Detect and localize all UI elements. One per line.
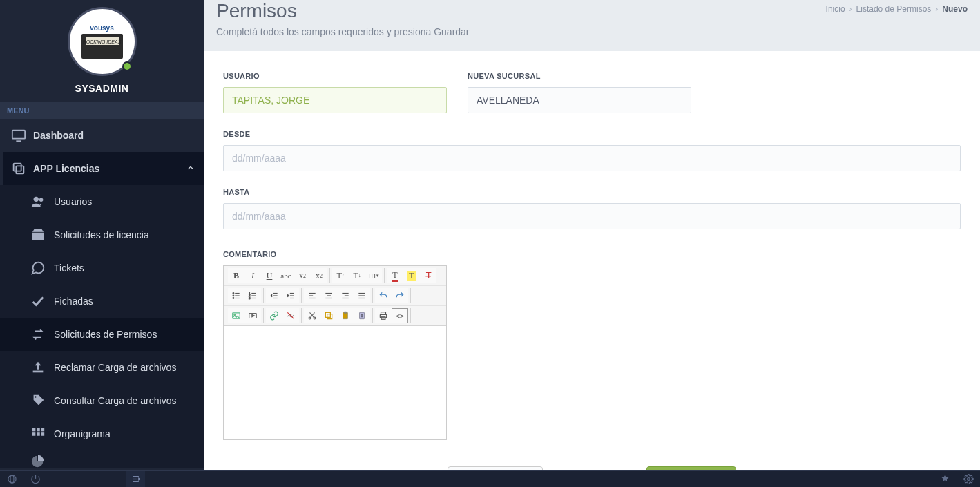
svg-line-59 — [310, 312, 314, 317]
svg-point-5 — [39, 198, 44, 202]
comentario-textarea[interactable] — [224, 326, 446, 439]
print-icon[interactable] — [375, 308, 392, 323]
svg-point-21 — [233, 293, 234, 294]
underline-icon[interactable]: U — [261, 268, 278, 283]
copy-icon[interactable] — [320, 308, 337, 323]
sidebar-item-reclamar-carga[interactable]: Reclamar Carga de archivos — [0, 351, 204, 384]
sidebar-item-fichadas[interactable]: Fichadas — [0, 285, 204, 318]
sidebar-item-more[interactable] — [0, 450, 204, 468]
font-increase-icon[interactable]: T↑ — [332, 268, 349, 283]
chevron-right-icon: › — [935, 4, 938, 14]
svg-rect-7 — [32, 428, 36, 432]
sidebar-item-label: Fichadas — [54, 296, 93, 307]
globe-icon[interactable] — [0, 471, 23, 488]
paste-icon[interactable] — [337, 308, 354, 323]
pie-icon — [30, 455, 46, 467]
paste-text-icon[interactable]: T — [354, 308, 370, 323]
pin-icon[interactable] — [933, 471, 957, 488]
upload-icon — [30, 361, 46, 374]
italic-icon[interactable]: I — [244, 268, 261, 283]
chat-icon — [30, 262, 46, 274]
cog-icon[interactable] — [957, 471, 980, 488]
sidebar-item-label: Reclamar Carga de archivos — [54, 362, 176, 373]
svg-point-6 — [35, 396, 36, 397]
align-justify-icon[interactable] — [354, 288, 370, 303]
outdent-icon[interactable] — [266, 288, 282, 303]
svg-rect-0 — [12, 131, 25, 139]
superscript-icon[interactable]: x2 — [311, 268, 327, 283]
form-container: USUARIO NUEVA SUCURSAL DESDE HASTA COMEN… — [204, 51, 980, 487]
user-name: SYSADMIN — [0, 83, 204, 94]
sidebar-item-solicitudes-permisos[interactable]: Solicitudes de Permisos — [0, 318, 204, 351]
removeformat-icon[interactable]: T̶ — [420, 268, 436, 283]
avatar-logo-text: vousys — [90, 24, 113, 32]
avatar-tagline: ROCKING IDEAS — [83, 39, 122, 44]
breadcrumb-current: Nuevo — [942, 4, 968, 14]
indent-icon[interactable] — [282, 288, 299, 303]
sidebar-item-organigrama[interactable]: Organigrama — [0, 417, 204, 450]
sidebar: vousys ROCKING IDEAS SYSADMIN MENU Dashb… — [0, 0, 204, 487]
svg-point-23 — [233, 295, 234, 296]
forecolor-icon[interactable]: T — [387, 268, 403, 283]
usuario-label: USUARIO — [223, 72, 447, 80]
sucursal-input[interactable] — [468, 87, 691, 113]
collapse-sidebar-icon[interactable] — [126, 471, 145, 488]
svg-rect-10 — [32, 432, 36, 436]
strike-icon[interactable]: abc — [278, 268, 294, 283]
breadcrumb-home[interactable]: Inicio — [826, 4, 845, 14]
svg-rect-11 — [37, 432, 40, 436]
ol-icon[interactable]: 123 — [244, 288, 261, 303]
sidebar-item-solicitudes-licencia[interactable]: Solicitudes de licencia — [0, 218, 204, 251]
power-icon[interactable] — [23, 471, 47, 488]
align-center-icon[interactable] — [320, 288, 337, 303]
sidebar-item-consultar-carga[interactable]: Consultar Carga de archivos — [0, 384, 204, 417]
undo-icon[interactable] — [375, 288, 392, 303]
rich-text-editor: B I U abc x2 x2 T↑ T↓ H1▾ — [223, 265, 447, 440]
ul-icon[interactable] — [228, 288, 244, 303]
video-icon[interactable] — [244, 308, 261, 323]
image-icon[interactable] — [228, 308, 244, 323]
sidebar-item-tickets[interactable]: Tickets — [0, 251, 204, 285]
align-left-icon[interactable] — [304, 288, 320, 303]
align-right-icon[interactable] — [337, 288, 354, 303]
avatar-section: vousys ROCKING IDEAS SYSADMIN — [0, 0, 204, 102]
copy-icon — [11, 162, 26, 175]
main-content: Permisos Completá todos los campos reque… — [204, 0, 980, 487]
font-decrease-icon[interactable]: T↓ — [349, 268, 365, 283]
link-icon[interactable] — [266, 308, 282, 323]
chevron-right-icon: › — [849, 4, 852, 14]
svg-rect-60 — [327, 314, 332, 319]
desde-input[interactable] — [223, 145, 961, 171]
sucursal-label: NUEVA SUCURSAL — [468, 72, 691, 80]
cut-icon[interactable] — [304, 308, 320, 323]
page-title: Permisos — [216, 0, 470, 22]
page-header: Permisos Completá todos los campos reque… — [204, 0, 980, 51]
desde-label: DESDE — [223, 130, 961, 138]
bold-icon[interactable]: B — [228, 268, 244, 283]
hasta-input[interactable] — [223, 203, 961, 229]
unlink-icon[interactable] — [282, 308, 299, 323]
usuario-input[interactable] — [223, 87, 447, 113]
source-icon[interactable]: <> — [392, 308, 408, 323]
tag-icon — [30, 394, 46, 407]
sidebar-item-label: Organigrama — [54, 428, 111, 439]
svg-rect-8 — [37, 428, 40, 432]
svg-text:3: 3 — [249, 296, 250, 300]
chevron-up-icon — [186, 163, 195, 175]
svg-point-20 — [967, 478, 970, 481]
svg-point-4 — [34, 197, 39, 202]
breadcrumb-list[interactable]: Listado de Permisos — [856, 4, 932, 14]
svg-rect-61 — [325, 312, 330, 317]
subscript-icon[interactable]: x2 — [294, 268, 311, 283]
redo-icon[interactable] — [392, 288, 408, 303]
heading-icon[interactable]: H1▾ — [365, 268, 382, 283]
grid-icon — [30, 428, 46, 440]
sidebar-item-usuarios[interactable]: Usuarios — [0, 185, 204, 218]
status-online-icon — [122, 61, 132, 71]
sidebar-item-dashboard[interactable]: Dashboard — [0, 119, 204, 152]
hasta-label: HASTA — [223, 188, 961, 196]
backcolor-icon[interactable]: T — [403, 268, 420, 283]
sidebar-item-app-licencias[interactable]: APP Licencias — [0, 152, 204, 185]
page-subtitle: Completá todos los campos requeridos y p… — [216, 26, 470, 37]
avatar[interactable]: vousys ROCKING IDEAS — [68, 7, 137, 76]
